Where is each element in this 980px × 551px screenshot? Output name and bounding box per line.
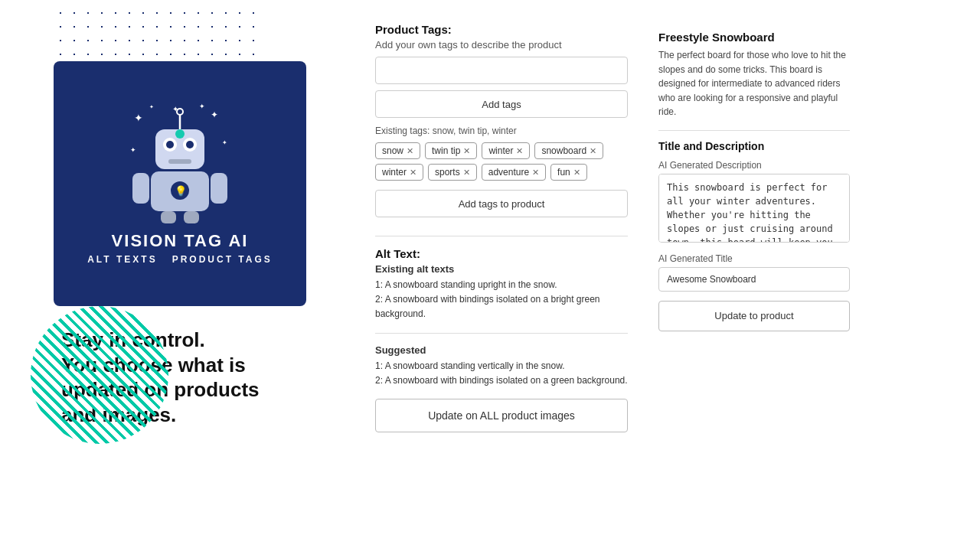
tag-snowboard: snowboard ✕ — [534, 142, 603, 159]
svg-text:💡: 💡 — [175, 184, 188, 197]
svg-text:✦: ✦ — [211, 109, 218, 120]
tag-winter-1: winter ✕ — [482, 142, 530, 159]
alt-text-section: Alt Text: Existing alt texts 1: A snowbo… — [375, 247, 628, 432]
svg-rect-17 — [132, 173, 149, 204]
hero-card: ✦ ✦ ✦ ✦ ✦ ✦ ✦ — [54, 61, 306, 306]
svg-rect-15 — [168, 159, 191, 164]
tag-fun-close[interactable]: ✕ — [573, 168, 580, 177]
robot-illustration: ✦ ✦ ✦ ✦ ✦ ✦ ✦ — [126, 103, 234, 225]
svg-text:✦: ✦ — [222, 139, 227, 146]
suggested-alt-1: 1: A snowboard standing vertically in th… — [375, 359, 628, 373]
existing-alts-title: Existing alt texts — [375, 263, 628, 275]
svg-rect-21 — [161, 211, 176, 223]
right-divider — [658, 130, 850, 131]
existing-alt-1: 1: A snowboard standing upright in the s… — [375, 278, 628, 292]
tag-winter-2: winter ✕ — [375, 164, 423, 181]
svg-rect-22 — [184, 211, 199, 223]
tag-sports: sports ✕ — [428, 164, 477, 181]
left-panel: ✦ ✦ ✦ ✦ ✦ ✦ ✦ — [0, 0, 352, 551]
update-all-button[interactable]: Update on ALL product images — [375, 399, 628, 432]
section-divider — [375, 236, 628, 236]
svg-point-12 — [166, 141, 174, 148]
ai-title-label: AI Generated Title — [658, 253, 850, 264]
update-to-product-button[interactable]: Update to product — [658, 301, 850, 331]
svg-text:✦: ✦ — [130, 146, 136, 154]
tag-snow-close[interactable]: ✕ — [407, 147, 413, 155]
tag-input[interactable] — [375, 57, 628, 84]
tag-snow: snow ✕ — [375, 142, 420, 159]
alts-divider — [375, 333, 628, 334]
ai-desc-textarea[interactable]: This snowboard is perfect for all your w… — [658, 174, 850, 243]
tag-fun: fun ✕ — [550, 164, 587, 181]
tag-adventure: adventure ✕ — [482, 164, 546, 181]
product-tags-desc: Add your own tags to describe the produc… — [375, 39, 628, 51]
svg-point-14 — [175, 129, 185, 139]
suggested-alt-2: 2: A snowboard with bindings isolated on… — [375, 373, 628, 388]
tag-twin-tip: twin tip ✕ — [425, 142, 477, 159]
tag-sports-close[interactable]: ✕ — [463, 168, 470, 177]
middle-panel: Product Tags: Add your own tags to descr… — [352, 0, 651, 551]
add-tags-to-product-button[interactable]: Add tags to product — [375, 190, 628, 217]
existing-alt-2: 2: A snowboard with bindings isolated on… — [375, 292, 628, 321]
svg-text:✦: ✦ — [149, 104, 154, 109]
svg-rect-18 — [211, 173, 227, 204]
right-section-title: Title and Description — [658, 140, 850, 152]
hero-subtitle: ALT TEXTS PRODUCT TAGS — [87, 254, 273, 265]
hero-title: VISION TAG AI — [112, 231, 249, 251]
ai-desc-label: AI Generated Description — [658, 160, 850, 171]
right-product-title: Freestyle Snowboard — [658, 31, 850, 44]
svg-point-13 — [186, 141, 194, 148]
suggested-title: Suggested — [375, 344, 628, 356]
tag-winter-1-close[interactable]: ✕ — [516, 147, 523, 155]
teal-circle-decoration — [31, 306, 168, 444]
existing-tags-label: Existing tags: snow, twin tip, winter — [375, 126, 628, 136]
product-tags-section: Product Tags: Add your own tags to descr… — [375, 23, 628, 225]
svg-text:✦: ✦ — [199, 103, 205, 110]
tag-twin-tip-close[interactable]: ✕ — [463, 147, 470, 155]
tag-snowboard-close[interactable]: ✕ — [590, 147, 596, 155]
ai-title-input[interactable] — [658, 267, 850, 292]
add-tags-button[interactable]: Add tags — [375, 90, 628, 118]
right-panel: Freestyle Snowboard The perfect board fo… — [651, 0, 865, 551]
product-tags-title: Product Tags: — [375, 23, 628, 36]
tag-adventure-close[interactable]: ✕ — [532, 168, 539, 177]
right-product-desc: The perfect board for those who love to … — [658, 48, 850, 119]
svg-text:✦: ✦ — [134, 112, 143, 124]
alt-text-heading: Alt Text: — [375, 247, 628, 260]
tags-container: snow ✕ twin tip ✕ winter ✕ snowboard ✕ w… — [375, 142, 628, 181]
tag-winter-2-close[interactable]: ✕ — [410, 168, 416, 177]
